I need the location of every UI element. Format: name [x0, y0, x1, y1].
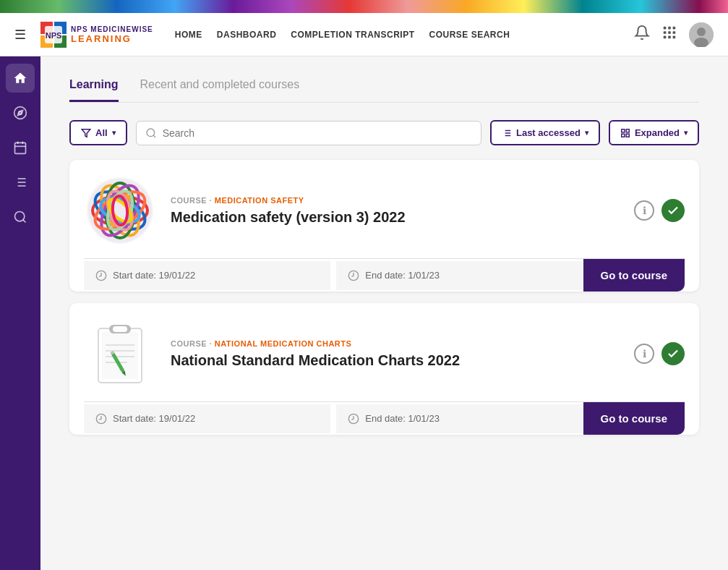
svg-rect-11 [673, 31, 676, 34]
svg-rect-41 [622, 129, 625, 132]
sidebar-item-search[interactable] [6, 203, 35, 231]
svg-point-33 [147, 129, 155, 137]
header-nav: HOME DASHBOARD COMPLETION TRANSCRIPT COU… [175, 30, 620, 40]
svg-rect-43 [622, 134, 625, 137]
main-layout: Learning Recent and completed courses Al… [0, 56, 728, 570]
tabs: Learning Recent and completed courses [69, 78, 699, 103]
course-category-2: COURSE · NATIONAL MEDICATION CHARTS [171, 339, 620, 348]
search-box [136, 121, 481, 145]
logo-cube-icon: NPS [40, 22, 67, 48]
nav-completion-transcript[interactable]: COMPLETION TRANSCRIPT [291, 30, 414, 40]
course-footer-1: Start date: 19/01/22 End date: 1/01/23 G… [84, 258, 685, 292]
header: ☰ NPS NPS MEDICINEWISE LEARNING HOME DAS… [0, 13, 728, 56]
svg-text:NPS: NPS [46, 31, 62, 40]
menu-icon[interactable]: ☰ [14, 27, 26, 43]
search-icon [145, 127, 157, 139]
nav-home[interactable]: HOME [175, 30, 202, 40]
end-date-box-1: End date: 1/01/23 [336, 261, 583, 290]
course-info-1: COURSE · MEDICATION SAFETY Medication sa… [171, 196, 620, 226]
sort-label: Last accessed [516, 127, 581, 138]
svg-marker-32 [82, 129, 90, 137]
filter-all-button[interactable]: All ▾ [69, 120, 127, 145]
course-title-1: Medication safety (version 3) 2022 [171, 209, 620, 226]
course-footer-2: Start date: 19/01/22 End date: 1/01/23 G… [84, 401, 685, 435]
top-banner [0, 0, 728, 13]
start-date-label-1: Start date: 19/01/22 [113, 270, 195, 281]
avatar[interactable] [689, 22, 714, 47]
svg-line-31 [23, 220, 26, 223]
nav-dashboard[interactable]: DASHBOARD [217, 30, 277, 40]
sort-icon [502, 128, 512, 138]
sort-arrow-icon: ▾ [585, 129, 588, 137]
start-date-icon-2 [95, 413, 107, 425]
course-thumb-1 [84, 174, 156, 247]
svg-point-18 [14, 107, 27, 119]
svg-rect-20 [15, 142, 26, 153]
end-date-label-1: End date: 1/01/23 [365, 270, 440, 281]
svg-rect-44 [626, 134, 629, 137]
filter-icon [81, 128, 91, 138]
filter-arrow-icon: ▾ [112, 129, 116, 137]
grid-icon[interactable] [661, 25, 677, 44]
svg-rect-8 [673, 27, 676, 30]
svg-rect-63 [113, 326, 127, 332]
end-date-icon-2 [348, 413, 359, 425]
start-date-icon-1 [95, 270, 107, 281]
svg-rect-12 [664, 36, 667, 39]
view-button[interactable]: Expanded ▾ [609, 120, 699, 145]
start-date-box-1: Start date: 19/01/22 [84, 261, 330, 290]
svg-rect-42 [626, 129, 629, 132]
course-actions-1: ℹ [634, 199, 685, 222]
go-to-course-button-1[interactable]: Go to course [583, 259, 685, 292]
svg-point-30 [15, 212, 25, 221]
course-main-2: COURSE · NATIONAL MEDICATION CHARTS Nati… [84, 318, 685, 401]
filter-all-label: All [95, 127, 108, 138]
course-card-1: COURSE · MEDICATION SAFETY Medication sa… [69, 160, 699, 292]
header-icons [634, 22, 714, 47]
start-date-box-2: Start date: 19/01/22 [84, 404, 330, 433]
svg-rect-61 [102, 332, 138, 379]
course-actions-2: ℹ [634, 342, 685, 365]
go-to-course-button-2[interactable]: Go to course [583, 402, 685, 435]
nav-course-search[interactable]: COURSE SEARCH [429, 30, 510, 40]
sidebar [0, 56, 40, 570]
sort-button[interactable]: Last accessed ▾ [490, 120, 600, 145]
info-icon-1[interactable]: ℹ [634, 200, 654, 221]
sidebar-item-home[interactable] [6, 64, 35, 93]
svg-rect-9 [664, 31, 667, 34]
logo: NPS NPS MEDICINEWISE LEARNING [40, 22, 153, 48]
svg-rect-10 [668, 31, 671, 34]
course-category-1: COURSE · MEDICATION SAFETY [171, 196, 620, 205]
cat-label-2: COURSE · [171, 339, 215, 348]
info-icon-2[interactable]: ℹ [634, 344, 654, 364]
course-main-1: COURSE · MEDICATION SAFETY Medication sa… [84, 174, 685, 258]
cat-name-2: NATIONAL MEDICATION CHARTS [215, 339, 352, 348]
sidebar-item-compass[interactable] [6, 98, 35, 127]
cat-label-1: COURSE · [171, 196, 215, 205]
svg-rect-13 [668, 36, 671, 39]
notification-icon[interactable] [634, 25, 650, 44]
logo-learning: LEARNING [71, 33, 153, 44]
svg-rect-7 [668, 27, 671, 30]
completed-icon-1 [661, 199, 685, 222]
tab-recent-completed[interactable]: Recent and completed courses [140, 78, 300, 102]
logo-nps-mw: NPS MEDICINEWISE [71, 25, 153, 33]
svg-rect-14 [673, 36, 676, 39]
course-title-2: National Standard Medication Charts 2022 [171, 352, 620, 369]
sidebar-item-calendar[interactable] [6, 133, 35, 162]
course-card-2: COURSE · NATIONAL MEDICATION CHARTS Nati… [69, 303, 699, 435]
tab-learning[interactable]: Learning [69, 78, 119, 102]
end-date-icon-1 [348, 270, 359, 281]
cat-name-1: MEDICATION SAFETY [215, 196, 304, 205]
svg-line-34 [153, 135, 155, 137]
main-content: Learning Recent and completed courses Al… [40, 56, 728, 570]
completed-icon-2 [661, 342, 685, 365]
filters-row: All ▾ Last accessed ▾ [69, 120, 699, 145]
end-date-label-2: End date: 1/01/23 [365, 413, 440, 424]
end-date-box-2: End date: 1/01/23 [336, 404, 583, 433]
sidebar-item-list[interactable] [6, 168, 35, 197]
view-arrow-icon: ▾ [684, 129, 688, 137]
search-input[interactable] [163, 127, 472, 139]
course-thumb-2 [84, 318, 156, 390]
course-info-2: COURSE · NATIONAL MEDICATION CHARTS Nati… [171, 339, 620, 369]
